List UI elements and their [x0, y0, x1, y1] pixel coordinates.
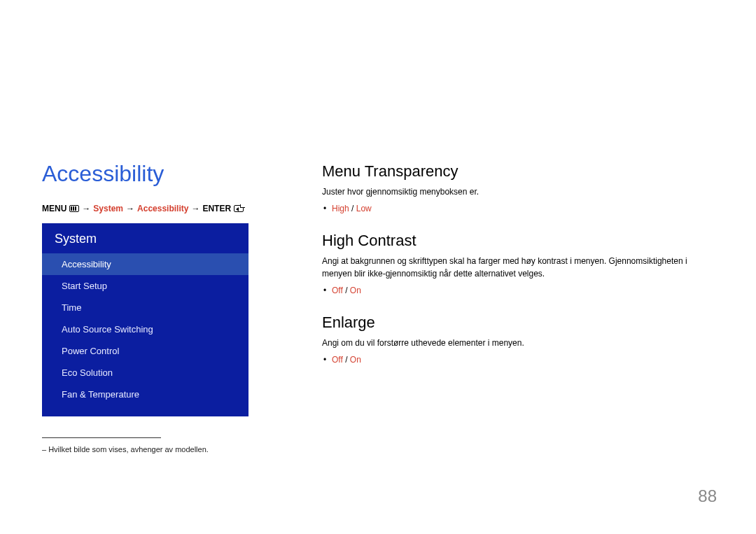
- menu-header: System: [42, 223, 248, 253]
- menu-item-auto-source-switching[interactable]: Auto Source Switching: [42, 318, 248, 340]
- option-b: Low: [356, 204, 372, 213]
- option-b: On: [350, 355, 361, 365]
- menu-icon: [69, 205, 79, 212]
- section-title: Enlarge: [322, 314, 714, 332]
- arrow-icon: →: [82, 204, 90, 213]
- section-menu-transparency: Menu Transparency Juster hvor gjennomsik…: [322, 162, 714, 213]
- breadcrumb-menu-label: MENU: [42, 204, 66, 213]
- breadcrumb-system: System: [93, 204, 123, 213]
- option-b: On: [350, 286, 361, 295]
- breadcrumb: MENU → System → Accessibility → ENTER: [42, 204, 252, 213]
- section-enlarge: Enlarge Angi om du vil forstørre utheved…: [322, 314, 714, 365]
- option-a: High: [332, 204, 349, 213]
- section-options: Off / On: [322, 355, 714, 365]
- footnote-divider: [42, 437, 161, 438]
- section-title: Menu Transparency: [322, 162, 714, 181]
- menu-item-eco-solution[interactable]: Eco Solution: [42, 362, 248, 384]
- section-body: Angi at bakgrunnen og skrifttypen skal h…: [322, 255, 714, 280]
- footnote-text: – Hvilket bilde som vises, avhenger av m…: [42, 445, 252, 454]
- menu-item-start-setup[interactable]: Start Setup: [42, 275, 248, 297]
- breadcrumb-accessibility: Accessibility: [137, 204, 188, 213]
- option-sep: /: [343, 286, 350, 295]
- menu-item-time[interactable]: Time: [42, 297, 248, 318]
- arrow-icon: →: [126, 204, 134, 213]
- option-sep: /: [343, 355, 350, 365]
- section-title: High Contrast: [322, 232, 714, 250]
- menu-items: Accessibility Start Setup Time Auto Sour…: [42, 253, 248, 405]
- section-options: Off / On: [322, 286, 714, 295]
- page-title: Accessibility: [42, 161, 252, 187]
- section-body: Angi om du vil forstørre uthevede elemen…: [322, 337, 714, 349]
- menu-item-fan-temperature[interactable]: Fan & Temperature: [42, 384, 248, 405]
- menu-item-accessibility[interactable]: Accessibility: [42, 253, 248, 275]
- section-high-contrast: High Contrast Angi at bakgrunnen og skri…: [322, 232, 714, 295]
- option-a: Off: [332, 355, 343, 365]
- page-number: 88: [698, 486, 717, 506]
- arrow-icon: →: [191, 204, 200, 213]
- breadcrumb-enter-label: ENTER: [202, 204, 231, 213]
- section-options: High / Low: [322, 204, 714, 213]
- menu-item-power-control[interactable]: Power Control: [42, 340, 248, 362]
- section-body: Juster hvor gjennomsiktig menyboksen er.: [322, 185, 714, 198]
- menu-panel: System Accessibility Start Setup Time Au…: [42, 223, 248, 416]
- option-sep: /: [349, 204, 356, 213]
- option-a: Off: [332, 286, 343, 295]
- enter-icon: [234, 205, 244, 212]
